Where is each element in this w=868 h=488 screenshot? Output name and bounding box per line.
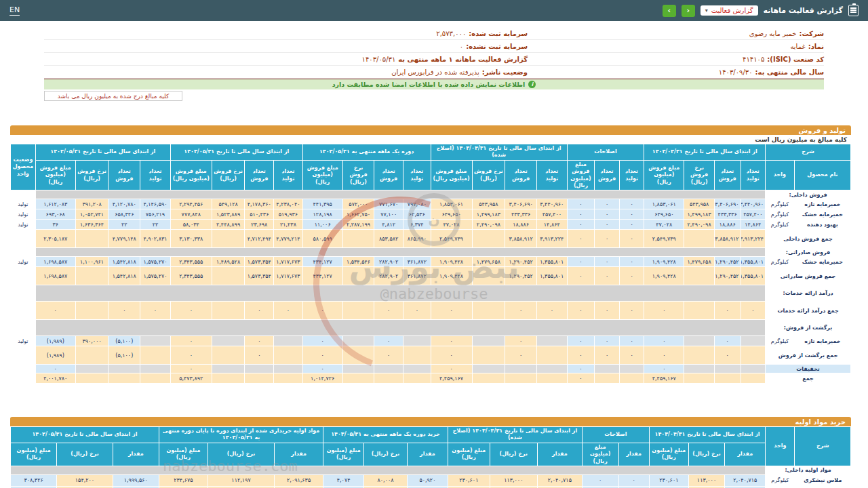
table-cell: ۰ [374,302,403,320]
column-header: مقدار [618,443,649,466]
table-row: درآمد ارائه خدمات: [11,285,851,302]
company-info-cell: وضعیت ناشر:پذیرفته شده در فرابورس ایران [44,68,528,76]
table-cell: ۱,۶۹۸,۵۸۷ [35,267,75,285]
report-type-dropdown[interactable]: گزارش فعالیت ▾ [701,5,758,16]
table-cell: ۴۳۴,۱۲۷ [302,267,342,285]
table-cell [472,365,505,373]
table-cell [684,267,715,285]
table-cell: ملاس نیشکری [795,474,851,486]
table-row: جمع فروش داخلی۳,۹۱۳,۲۲۴۳,۸۵۸,۹۱۲۲,۵۴۹,۷۳… [11,230,851,248]
top-navbar: گزارش فعالیت ماهانه گزارش فعالیت ▾ ‹ › E… [0,0,868,21]
column-header: مبلغ (میلیون ریال) [582,443,618,466]
table-row: خمیرمایه خشککیلوگرم۴۵۷,۴۰۰۴۳۳,۳۳۶۱,۴۹۹,۱… [11,209,851,220]
table-cell: ۰ [170,302,212,320]
table-cell: ۴۳۳,۳۳۶ [505,209,537,220]
table-row: خمیرمایه خشککیلوگرم۱,۳۵۵,۸۰۱۱,۲۹۰,۴۵۲۱,۴… [11,257,851,267]
table-cell [11,248,36,257]
table-cell [212,373,245,384]
table-cell: جمع برگشت از فروش [766,346,851,365]
column-group-header: مواد اولیه خریداری شده از ابتدای دوره تا… [159,427,323,443]
table-cell: کیلوگرم [766,220,795,230]
table-cell: ۳۶ [35,220,75,230]
table-cell: ۰ [619,199,644,209]
column-header: نرخ (ریال) [208,443,275,466]
column-header: تعداد فروش [245,160,274,190]
table-cell: ۱,۲۹۰,۴۵۲ [714,257,741,267]
production-sales-section: تولید و فروش کلیه مبالغ به میلیون ریال ا… [10,125,851,384]
table-cell: ۵۴۳,۹۵۸ [472,199,505,209]
table-cell: ۱,۳۵۵,۸۰۱ [537,257,568,267]
column-header: مبلغ فروش (میلیون ریال) [644,160,684,190]
table-cell [684,302,715,320]
table-cell: ۴,۷۷۹,۱۴۸ [108,230,140,248]
table-cell: ۰ [274,302,303,320]
table-cell [140,336,171,346]
table-cell [11,302,36,320]
table-cell: ۰ [618,474,649,486]
table-cell: ۶۴۹,۶۵۰ [644,209,684,220]
table-cell [212,302,245,320]
column-group-header: وضعیت محصول واحد [11,144,36,190]
column-header: نرخ فروش (ریال) [684,160,715,190]
table-cell: ۱۱,۰۰۶ [302,220,342,230]
next-report-button[interactable]: › [663,5,676,17]
column-group-header: از ابتدای سال مالی تا تاریخ ۱۴۰۳/۰۴/۳۱ [649,427,765,443]
table-cell: ۱۵۴,۲۰۰ [57,474,113,486]
column-header: مبلغ (میلیون ریال) [159,443,208,466]
table-cell: ۳,۸۵۸,۹۱۲ [505,230,537,248]
table-cell: ۰ [302,346,342,365]
table-cell: ۴,۷۷۹,۲۱۴ [274,230,303,248]
table-cell [212,230,245,248]
table-cell: ۲,۵۴۹,۷۳۹ [644,230,684,248]
table-cell: ۸۵۳,۵۸۲ [374,230,403,248]
table-cell: ۰ [567,199,595,209]
table-cell [75,302,108,320]
table-cell: ۰ [35,302,75,320]
table-row: ملاس نیشکریکیلوگرم۲,۰۴۰,۷۱۵۱۱۳,۰۰۰۲۳۰,۶۰… [11,474,851,486]
table-row: فروش صادراتی: [11,248,851,257]
company-info-row: نماد:غمایهسرمایه ثبت نشده:۰ [44,40,824,53]
raw-material-purchase-section: خرید مواد اولیه شرحواحداز ابتدای سال مال… [10,417,851,488]
table-cell: ۵۴۳,۹۵۸ [684,199,715,209]
table-cell: ۴,۴۵۹,۱۶۷ [431,373,472,384]
column-header: مبلغ فروش (میلیون ریال) [567,160,595,190]
column-header: نرخ (ریال) [364,443,408,466]
table-cell: ۱,۹۰۹,۴۲۸ [644,267,684,285]
table-cell: ۰ [567,346,595,365]
table-cell [472,302,505,320]
table-cell [274,336,303,346]
table-cell: ۷۷,۱۰۰ [374,209,403,220]
table-cell [537,346,568,365]
table-cell: ۳,۴۴۰,۹۶۰ [537,199,568,209]
table-cell: ۵۸,۰۳۴ [170,220,212,230]
column-group-header: دوره یک ماهه منتهی به ۱۴۰۳/۰۵/۳۱ [302,144,431,161]
table-cell: ۴,۰۰۱,۷۸۰ [35,373,75,384]
table-cell: ۴۵۷,۴۰۰ [537,209,568,220]
language-toggle-en[interactable]: EN [9,5,20,16]
company-info-cell: سال مالی منتهی به:۱۴۰۳/۰۹/۳۰ [528,68,824,76]
table-cell: ۱,۵۳۴,۵۴۶ [342,257,374,267]
signed-data-alert: i اطلاعات نمایش داده شده با اطلاعات امضا… [44,79,824,89]
info-label: سال مالی منتهی به: [755,68,824,76]
table-cell: ۰ [567,302,595,320]
info-label: نماد: [808,43,824,50]
column-header: مقدار [725,443,766,466]
amounts-unit-note: کلیه مبالغ درج شده به میلیون ریال می باش… [44,91,182,101]
table-cell: ۱۱۲,۱۹۷ [208,474,275,486]
raw-material-purchase-table: شرحواحداز ابتدای سال مالی تا تاریخ ۱۴۰۳/… [10,426,851,488]
table-row: فروش داخلی: [11,190,851,199]
previous-report-button[interactable]: ‹ [682,5,695,17]
table-cell [245,373,274,384]
table-cell: ۷۷۱,۶۷۰ [374,199,403,209]
column-header: نرخ (ریال) [688,443,725,466]
table-cell: درآمد ارائه خدمات: [766,285,851,302]
table-cell: ۱,۷۱۷,۶۷۳ [274,257,303,267]
table-cell: ۱,۹۰۹,۴۲۸ [431,257,472,267]
column-group-header: شرح [795,427,851,466]
table-cell: ۰ [595,199,620,209]
table-cell [403,336,431,346]
table-cell: ۱,۴۹۹,۱۸۳ [472,209,505,220]
column-group-header: از ابتدای سال مالی تا تاریخ ۱۴۰۳/۰۴/۳۱ [644,144,766,161]
table-cell: ۲,۳۴۳,۵۵۵ [170,257,212,267]
table-row: بهبود دهندهکیلوگرم۱۴,۸۶۴۱۸,۸۸۶۲,۴۹۰,۰۹۸۴… [11,220,851,230]
